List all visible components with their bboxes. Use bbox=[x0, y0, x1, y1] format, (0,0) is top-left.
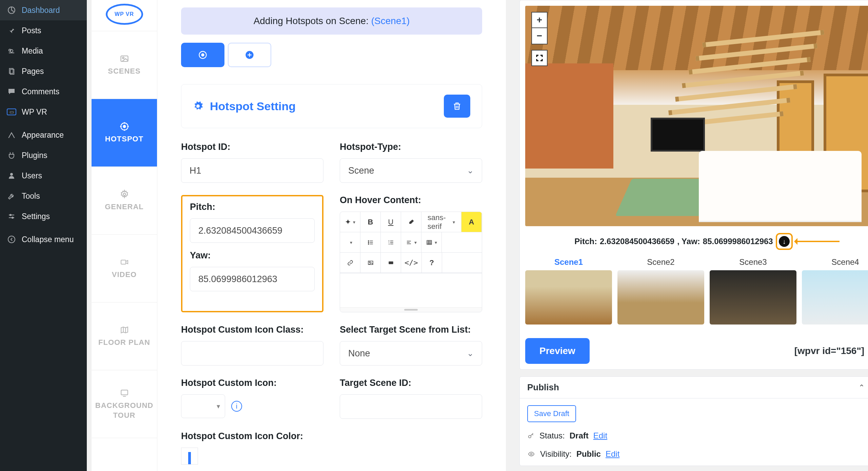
delete-hotspot-button[interactable] bbox=[444, 95, 470, 118]
nav-label: Users bbox=[22, 171, 42, 180]
hotspot-type-select[interactable]: Scene⌄ bbox=[340, 158, 482, 183]
zoom-out-button[interactable]: − bbox=[531, 28, 548, 44]
label: Hotspot-Type: bbox=[340, 142, 482, 152]
hotspot-pill-current[interactable] bbox=[181, 43, 224, 67]
nav-settings[interactable]: Settings bbox=[0, 206, 87, 227]
section-title: Hotspot Setting bbox=[210, 100, 296, 113]
nav-plugins[interactable]: Plugins bbox=[0, 145, 87, 165]
chevron-down-icon: ⌄ bbox=[467, 349, 474, 358]
svg-rect-9 bbox=[121, 56, 128, 61]
rte-textcolor-dd[interactable]: ▾ bbox=[340, 232, 360, 253]
nav-users[interactable]: Users bbox=[0, 165, 87, 186]
target-scene-select[interactable]: None⌄ bbox=[340, 341, 482, 366]
svg-rect-14 bbox=[121, 260, 126, 264]
rte-align-button[interactable]: ▾ bbox=[401, 232, 421, 253]
svg-point-24 bbox=[369, 262, 370, 263]
rte-resize-handle[interactable] bbox=[340, 307, 482, 312]
publish-title: Publish bbox=[527, 382, 559, 393]
label: Hotspot Custom Icon Color: bbox=[181, 431, 323, 441]
thumb-label: Scene2 bbox=[617, 257, 704, 267]
nav-comments[interactable]: Comments bbox=[0, 81, 87, 102]
nav-appearance[interactable]: Appearance bbox=[0, 125, 87, 145]
icon-class-input[interactable] bbox=[181, 341, 323, 366]
tab-floorplan[interactable]: FLOOR PLAN bbox=[92, 302, 157, 370]
edit-visibility-link[interactable]: Edit bbox=[606, 449, 619, 459]
tab-scenes[interactable]: SCENES bbox=[92, 31, 157, 99]
rte-ul-button[interactable] bbox=[360, 232, 381, 253]
hotspot-id-input[interactable] bbox=[181, 158, 323, 183]
yaw-input[interactable] bbox=[190, 267, 315, 291]
hotspot-setting-header: Hotspot Setting bbox=[181, 84, 482, 128]
tab-label: SCENES bbox=[104, 66, 144, 76]
rte-link-button[interactable] bbox=[340, 253, 360, 273]
field-hotspot-id: Hotspot ID: bbox=[181, 142, 323, 183]
thumb-scene3[interactable]: Scene3 bbox=[710, 257, 796, 325]
rte-bold-button[interactable]: B bbox=[360, 212, 381, 232]
panorama-viewer[interactable]: + − bbox=[525, 6, 868, 226]
rte-ol-button[interactable] bbox=[381, 232, 401, 253]
edit-status-link[interactable]: Edit bbox=[593, 431, 607, 440]
metabox-up-icon[interactable]: ⌃ bbox=[859, 383, 865, 392]
rte-textcolor-button[interactable]: A bbox=[461, 212, 482, 232]
pitch-input[interactable] bbox=[190, 218, 315, 243]
nav-dashboard[interactable]: Dashboard bbox=[0, 0, 87, 20]
tab-general[interactable]: GENERAL bbox=[92, 167, 157, 235]
apply-pitch-yaw-button[interactable]: ↓ bbox=[776, 233, 793, 250]
target-scene-id-input[interactable] bbox=[340, 394, 482, 419]
rte-font-select[interactable]: sans-serif▾ bbox=[421, 212, 461, 232]
rte-underline-button[interactable]: U bbox=[381, 212, 401, 232]
nav-collapse[interactable]: Collapse menu bbox=[0, 229, 87, 250]
rich-text-editor: ✦▾ B U sans-serif▾ A ▾ ▾ ▾ bbox=[340, 212, 482, 312]
preview-button[interactable]: Preview bbox=[525, 338, 590, 364]
svg-point-29 bbox=[531, 453, 532, 455]
rte-textarea[interactable] bbox=[340, 273, 482, 307]
rte-table-button[interactable]: ▾ bbox=[421, 232, 442, 253]
rte-erase-button[interactable] bbox=[401, 212, 421, 232]
save-draft-button[interactable]: Save Draft bbox=[527, 405, 576, 422]
svg-point-7 bbox=[12, 217, 13, 218]
tab-hotspot[interactable]: HOTSPOT bbox=[92, 99, 157, 167]
nav-pages[interactable]: Pages bbox=[0, 61, 87, 81]
banner-text: Adding Hotspots on Scene: bbox=[254, 16, 371, 26]
nav-label: Posts bbox=[22, 26, 41, 35]
tab-video[interactable]: VIDEO bbox=[92, 235, 157, 302]
image-icon bbox=[119, 54, 130, 64]
nav-media[interactable]: Media bbox=[0, 41, 87, 61]
rte-code-button[interactable]: </> bbox=[401, 253, 422, 273]
svg-point-8 bbox=[8, 236, 15, 243]
zoom-in-button[interactable]: + bbox=[531, 12, 548, 28]
banner-scene-link[interactable]: (Scene1) bbox=[371, 16, 410, 26]
custom-icon-select[interactable]: ▾ bbox=[181, 394, 225, 418]
chevron-down-icon: ⌄ bbox=[467, 166, 474, 175]
pitch-label: Pitch: bbox=[574, 237, 597, 246]
wpvr-icon: ▭ bbox=[6, 106, 17, 117]
nav-tools[interactable]: Tools bbox=[0, 186, 87, 206]
nav-wpvr[interactable]: ▭WP VR bbox=[0, 102, 87, 122]
eye-icon bbox=[527, 451, 535, 457]
wp-admin-sidebar: Dashboard Posts Media Pages Comments ▭WP… bbox=[0, 0, 87, 471]
rte-wand-button[interactable]: ✦▾ bbox=[340, 212, 360, 232]
appearance-icon bbox=[6, 130, 17, 140]
field-on-hover: On Hover Content: ✦▾ B U sans-serif▾ A ▾ bbox=[340, 195, 482, 312]
rte-video-button[interactable] bbox=[381, 253, 401, 273]
nav-label: Pages bbox=[22, 67, 44, 76]
help-icon[interactable]: i bbox=[231, 401, 242, 412]
svg-rect-25 bbox=[389, 261, 393, 264]
fullscreen-button[interactable] bbox=[531, 50, 548, 66]
video-icon bbox=[119, 257, 130, 267]
icon-color-swatch[interactable] bbox=[181, 448, 198, 465]
tab-bgtour[interactable]: BACKGROUND TOUR bbox=[92, 370, 157, 438]
thumb-image bbox=[802, 270, 868, 325]
rte-help-button[interactable]: ? bbox=[422, 253, 442, 273]
thumb-scene4[interactable]: Scene4 bbox=[802, 257, 868, 325]
rte-image-button[interactable] bbox=[360, 253, 381, 273]
thumb-scene1[interactable]: Scene1 bbox=[525, 257, 612, 325]
nav-label: Comments bbox=[22, 87, 59, 96]
nav-posts[interactable]: Posts bbox=[0, 20, 87, 41]
target-icon bbox=[119, 121, 130, 132]
tab-label: HOTSPOT bbox=[102, 134, 147, 144]
nav-label: WP VR bbox=[22, 107, 47, 117]
svg-point-5 bbox=[10, 173, 13, 176]
thumb-scene2[interactable]: Scene2 bbox=[617, 257, 704, 325]
hotspot-pill-add[interactable] bbox=[228, 43, 271, 67]
